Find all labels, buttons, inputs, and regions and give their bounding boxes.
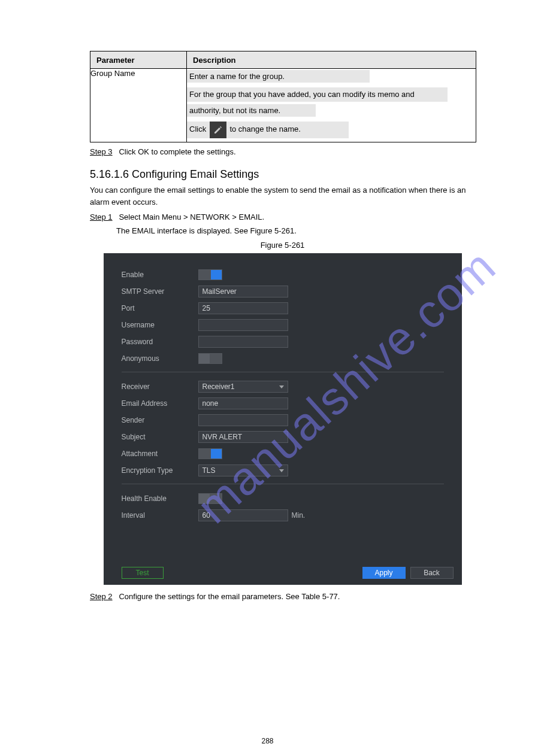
enable-toggle[interactable]	[198, 269, 222, 280]
subject-input[interactable]	[198, 431, 288, 443]
desc-click-after: to change the name.	[229, 125, 301, 134]
sender-label: Sender	[122, 416, 198, 424]
step2-text: Configure the settings for the email par…	[119, 592, 340, 601]
username-input[interactable]	[198, 319, 288, 331]
param-table: Parameter Description Group Name Enter a…	[90, 51, 476, 142]
step2: Step 2 Configure the settings for the em…	[90, 592, 475, 601]
step1-label: Step 1	[90, 212, 113, 221]
enable-label: Enable	[122, 271, 198, 279]
health-toggle[interactable]	[198, 493, 222, 504]
desc-line1: Enter a name for the group.	[187, 70, 370, 83]
figure-caption: Figure 5-261	[90, 241, 475, 250]
health-label: Health Enable	[122, 494, 198, 503]
step2-label: Step 2	[90, 592, 113, 601]
port-input[interactable]	[198, 302, 288, 314]
desc-line2b: authority, but not its name.	[187, 104, 316, 117]
desc-line2a: For the group that you have added, you c…	[187, 87, 448, 102]
sender-input[interactable]	[198, 414, 288, 426]
emailaddr-input[interactable]	[198, 397, 288, 409]
receiver-value: Receiver1	[202, 382, 235, 391]
table-col1-header: Parameter	[90, 51, 187, 69]
table-header-row: Parameter Description	[90, 51, 476, 69]
table-param-cell: Group Name	[90, 69, 187, 142]
username-label: Username	[122, 321, 198, 329]
table-row: Group Name Enter a name for the group. F…	[90, 69, 476, 142]
interval-unit: Min.	[292, 511, 306, 520]
step3-text: Click OK to complete the settings.	[119, 147, 235, 156]
attachment-label: Attachment	[122, 450, 198, 458]
step1-result: The EMAIL interface is displayed. See Fi…	[116, 225, 475, 237]
emailaddr-label: Email Address	[122, 399, 198, 408]
anonymous-toggle[interactable]	[198, 353, 222, 364]
back-button[interactable]: Back	[410, 567, 454, 579]
pencil-icon	[210, 122, 226, 138]
password-input[interactable]	[198, 336, 288, 348]
attachment-toggle[interactable]	[198, 448, 222, 459]
step1-text: Select Main Menu > NETWORK > EMAIL.	[119, 212, 264, 221]
subject-label: Subject	[122, 433, 198, 441]
email-settings-panel: Enable SMTP Server Port Username Passwor…	[104, 253, 462, 585]
encryption-select[interactable]: TLS	[198, 464, 288, 476]
test-button[interactable]: Test	[122, 567, 164, 579]
step3: Step 3 Click OK to complete the settings…	[90, 147, 475, 156]
divider-2	[122, 484, 444, 484]
encryption-label: Encryption Type	[122, 466, 198, 475]
encryption-value: TLS	[202, 466, 216, 475]
interval-input[interactable]	[198, 509, 288, 521]
port-label: Port	[122, 304, 198, 312]
receiver-label: Receiver	[122, 382, 198, 391]
step3-label: Step 3	[90, 147, 113, 156]
smtp-input[interactable]	[198, 286, 288, 297]
step1: Step 1 Select Main Menu > NETWORK > EMAI…	[90, 212, 475, 221]
password-label: Password	[122, 338, 198, 346]
section-heading: 5.16.1.6 Configuring Email Settings	[90, 168, 475, 181]
page: Parameter Description Group Name Enter a…	[0, 0, 535, 639]
divider-1	[122, 372, 444, 372]
table-desc-cell: Enter a name for the group. For the grou…	[187, 69, 476, 142]
desc-click-text: Click	[189, 125, 208, 134]
apply-button[interactable]: Apply	[362, 567, 406, 579]
desc-line3: Click to change the name.	[187, 122, 349, 138]
receiver-select[interactable]: Receiver1	[198, 381, 288, 393]
anonymous-label: Anonymous	[122, 354, 198, 363]
smtp-label: SMTP Server	[122, 287, 198, 296]
section-intro: You can configure the email settings to …	[90, 184, 475, 208]
table-col2-header: Description	[187, 51, 476, 69]
panel-footer: Test Apply Back	[104, 561, 462, 585]
interval-label: Interval	[122, 511, 198, 520]
